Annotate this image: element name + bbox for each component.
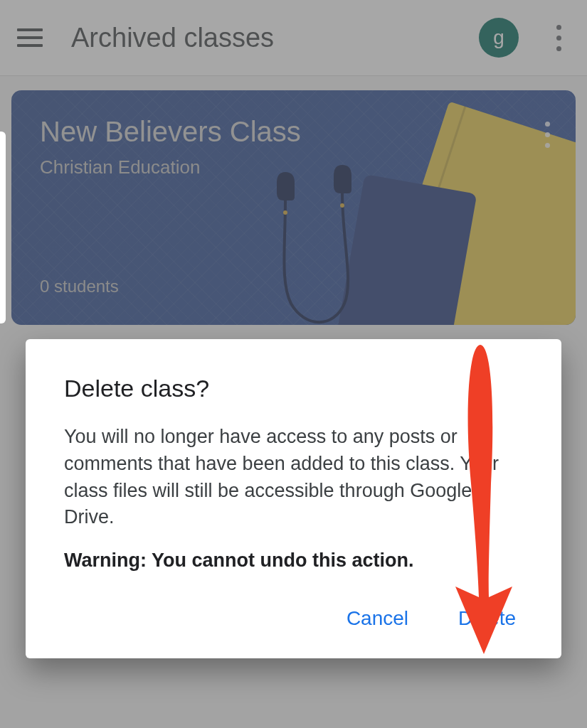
dialog-actions: Cancel Delete xyxy=(64,607,523,630)
dialog-title: Delete class? xyxy=(64,375,523,402)
dialog-warning: Warning: You cannot undo this action. xyxy=(64,550,523,572)
dialog-body: You will no longer have access to any po… xyxy=(64,424,523,531)
delete-button[interactable]: Delete xyxy=(458,607,516,630)
cancel-button[interactable]: Cancel xyxy=(347,607,408,630)
scroll-indicator xyxy=(0,132,6,323)
delete-confirm-dialog: Delete class? You will no longer have ac… xyxy=(26,339,561,658)
